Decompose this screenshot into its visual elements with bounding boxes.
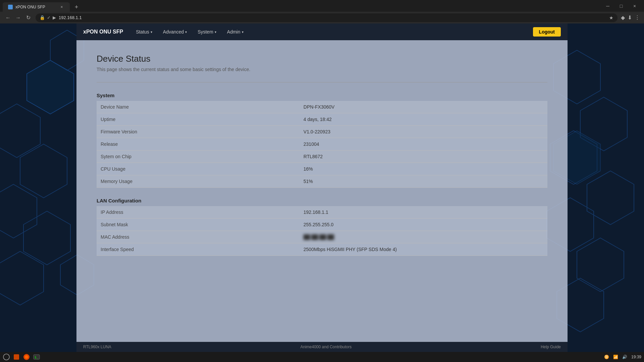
row-label: Uptime — [97, 113, 300, 126]
navbar: xPON ONU SFP Status ▾ Advanced ▾ System … — [76, 23, 568, 40]
back-button[interactable]: ← — [4, 14, 12, 22]
page-subtitle: This page shows the current status and s… — [97, 67, 547, 72]
row-value: 255.255.255.0 — [300, 219, 547, 231]
table-row: Interface Speed2500Mbps HiSGMII PHY (SFP… — [97, 243, 547, 256]
footer-right: Help Guide — [541, 345, 561, 349]
row-label: IP Address — [97, 206, 300, 219]
footer-left: RTL960x LUNA — [83, 345, 111, 349]
lan-section-title: LAN Configuration — [97, 198, 547, 203]
nav-item-advanced[interactable]: Advanced ▾ — [158, 27, 192, 37]
page-title: Device Status — [97, 54, 547, 64]
row-value: 16% — [300, 163, 547, 175]
advanced-chevron-icon: ▾ — [185, 30, 187, 34]
taskbar-time: 19:39 — [631, 355, 641, 359]
taskbar-terminal-icon[interactable]: $_ — [33, 353, 40, 361]
system-chevron-icon: ▾ — [215, 30, 216, 34]
admin-chevron-icon: ▾ — [242, 30, 244, 34]
table-row: Subnet Mask255.255.255.0 — [97, 219, 547, 231]
table-row: MAC Address██:██:██:██ — [97, 231, 547, 243]
table-row: Device NameDPN-FX3060V — [97, 101, 547, 113]
table-row: Release231004 — [97, 138, 547, 150]
taskbar-network-icon: ♊ — [604, 355, 609, 359]
vpn-icon: ▶ — [53, 15, 56, 20]
row-label: Sytem on Chip — [97, 150, 300, 163]
lan-table: IP Address192.168.1.1Subnet Mask255.255.… — [97, 206, 547, 256]
row-label: Firmware Version — [97, 126, 300, 138]
forward-button[interactable]: → — [14, 14, 22, 22]
system-table: Device NameDPN-FX3060VUptime4 days, 18:4… — [97, 101, 547, 188]
row-label: Subnet Mask — [97, 219, 300, 231]
close-button[interactable]: × — [628, 0, 641, 12]
security-icon: 🔒 — [40, 15, 45, 20]
navbar-brand: xPON ONU SFP — [83, 29, 123, 35]
menu-icon[interactable]: ⋮ — [635, 14, 640, 21]
row-value: 51% — [300, 175, 547, 188]
row-value: RTL8672 — [300, 150, 547, 163]
nav-menu: Status ▾ Advanced ▾ System ▾ Admin ▾ — [131, 27, 533, 37]
nav-item-status[interactable]: Status ▾ — [131, 27, 157, 37]
new-tab-button[interactable]: + — [72, 2, 81, 12]
svg-rect-18 — [14, 354, 19, 360]
row-value: V1.0-220923 — [300, 126, 547, 138]
minimize-button[interactable]: ─ — [601, 0, 614, 12]
downloads-icon[interactable]: ⬇ — [628, 14, 632, 21]
table-row: Sytem on ChipRTL8672 — [97, 150, 547, 163]
nav-item-system[interactable]: System ▾ — [193, 27, 221, 37]
tab-title: xPON ONU SFP — [15, 5, 56, 9]
browser-tab[interactable]: xPON ONU SFP × — [3, 2, 70, 12]
logout-button[interactable]: Logout — [533, 27, 561, 37]
maximize-button[interactable]: □ — [614, 0, 628, 12]
taskbar-apps-icon[interactable] — [3, 353, 10, 361]
svg-marker-3 — [0, 184, 37, 238]
nav-item-admin[interactable]: Admin ▾ — [222, 27, 248, 37]
row-label: CPU Usage — [97, 163, 300, 175]
table-row: Uptime4 days, 18:42 — [97, 113, 547, 126]
tab-close-btn[interactable]: × — [59, 4, 64, 10]
row-value: 4 days, 18:42 — [300, 113, 547, 126]
row-value: 2500Mbps HiSGMII PHY (SFP SDS Mode 4) — [300, 243, 547, 256]
svg-marker-2 — [20, 144, 67, 198]
taskbar: $_ ♊ 📶 🔊 19:39 — [0, 352, 644, 362]
svg-point-17 — [3, 354, 9, 360]
svg-point-20 — [25, 355, 28, 359]
row-label: MAC Address — [97, 231, 300, 243]
table-row: CPU Usage16% — [97, 163, 547, 175]
address-bar[interactable]: 🔒 ✓ ▶ 192.168.1.1 ★ — [36, 13, 618, 22]
table-row: IP Address192.168.1.1 — [97, 206, 547, 219]
row-value: 231004 — [300, 138, 547, 150]
taskbar-network-signal-icon: 📶 — [613, 355, 618, 359]
taskbar-browser-icon[interactable] — [23, 353, 30, 361]
tab-favicon — [8, 5, 13, 9]
svg-marker-4 — [23, 211, 70, 265]
bookmark-icon[interactable]: ★ — [609, 15, 613, 20]
svg-marker-15 — [27, 60, 74, 114]
row-value: 192.168.1.1 — [300, 206, 547, 219]
row-label: Interface Speed — [97, 243, 300, 256]
row-value: ██:██:██:██ — [300, 231, 547, 243]
extensions-icon[interactable]: ◆ — [621, 14, 625, 21]
row-value: DPN-FX3060V — [300, 101, 547, 113]
row-label: Release — [97, 138, 300, 150]
page-footer: RTL960x LUNA Anime4000 and Contributors … — [76, 342, 568, 352]
table-row: Memory Usage51% — [97, 175, 547, 188]
row-label: Memory Usage — [97, 175, 300, 188]
reload-button[interactable]: ↻ — [24, 14, 32, 22]
row-label: Device Name — [97, 101, 300, 113]
svg-marker-13 — [577, 238, 624, 292]
footer-center: Anime4000 and Contributors — [301, 345, 352, 349]
table-row: Firmware VersionV1.0-220923 — [97, 126, 547, 138]
section-divider — [97, 82, 547, 82]
taskbar-audio-icon: 🔊 — [622, 355, 627, 359]
address-text: 192.168.1.1 — [59, 15, 606, 20]
page-content: Device Status This page shows the curren… — [76, 40, 568, 352]
shield-icon: ✓ — [47, 15, 51, 20]
svg-text:$_: $_ — [35, 356, 38, 359]
system-section-title: System — [97, 93, 547, 98]
status-chevron-icon: ▾ — [151, 30, 152, 34]
taskbar-files-icon[interactable] — [13, 353, 20, 361]
